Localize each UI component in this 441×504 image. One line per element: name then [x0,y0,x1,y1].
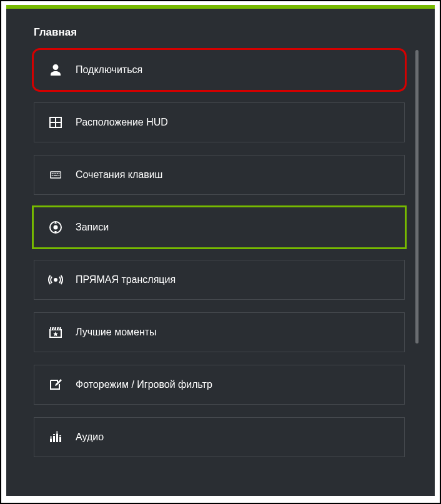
menu-item-connect[interactable]: Подключиться [34,50,405,90]
svg-rect-4 [52,173,53,174]
menu-item-highlights[interactable]: Лучшие моменты [34,312,405,352]
equalizer-icon [47,428,64,446]
edit-photo-icon [47,376,64,393]
svg-rect-16 [53,436,55,442]
clapperboard-star-icon [47,324,64,341]
layout-icon [47,114,64,131]
menu-item-label: Записи [76,222,109,233]
svg-rect-11 [59,175,60,176]
scrollbar-thumb[interactable] [415,50,419,343]
svg-point-14 [54,278,57,282]
menu-item-audio[interactable]: Аудио [34,417,405,457]
broadcast-icon [47,271,64,289]
menu-item-recordings[interactable]: Записи [34,207,405,247]
menu-item-label: Фоторежим / Игровой фильтр [76,379,212,390]
window-frame: Главная Подключиться Ра [0,0,441,504]
menu-item-label: Расположение HUD [76,117,168,128]
record-target-icon [47,219,64,236]
menu-item-broadcast[interactable]: ПРЯМАЯ трансляция [34,260,405,300]
keyboard-icon [47,166,64,184]
svg-rect-19 [50,437,52,438]
svg-rect-17 [56,433,58,442]
user-icon [47,61,64,79]
menu-item-keyboard-shortcuts[interactable]: Сочетания клавиш [34,155,405,195]
menu-item-label: Сочетания клавиш [76,169,162,180]
menu-item-label: Лучшие моменты [76,327,157,338]
menu-item-photo-mode[interactable]: Фоторежим / Игровой фильтр [34,365,405,405]
svg-rect-8 [59,173,59,174]
page-title: Главная [34,26,422,39]
svg-rect-18 [59,437,61,442]
menu-list: Подключиться Расположение HUD [34,50,422,457]
menu-item-hud-layout[interactable]: Расположение HUD [34,102,405,142]
settings-panel: Главная Подключиться Ра [6,9,435,496]
svg-rect-15 [50,438,52,442]
svg-rect-21 [56,432,58,433]
svg-point-13 [54,225,58,230]
menu-item-label: ПРЯМАЯ трансляция [76,274,176,285]
menu-item-label: Аудио [76,432,104,443]
svg-rect-22 [59,435,61,437]
svg-rect-6 [56,173,57,174]
svg-rect-9 [52,175,53,176]
svg-rect-20 [53,434,55,435]
menu-item-label: Подключиться [76,64,142,76]
svg-rect-7 [57,173,59,174]
svg-rect-5 [54,173,55,174]
svg-rect-10 [54,175,58,175]
